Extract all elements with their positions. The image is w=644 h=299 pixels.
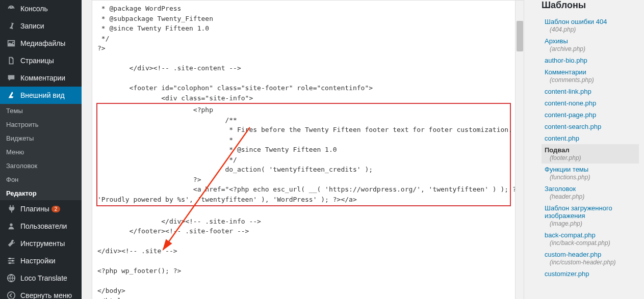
template-title: content-none.php	[545, 99, 639, 107]
users-icon	[6, 221, 16, 231]
template-title: Архивы	[545, 37, 639, 45]
comments-icon	[6, 73, 16, 83]
code-editor[interactable]: * @package WordPress * @subpackage Twent…	[92, 0, 516, 299]
sidebar-item-label: Страницы	[20, 57, 54, 65]
template-filename: (comments.php)	[550, 76, 639, 84]
template-item[interactable]: Функции темы(functions.php)	[542, 164, 639, 183]
template-filename: (footer.php)	[550, 154, 639, 161]
editor-scrollbar[interactable]	[516, 0, 524, 299]
dashboard-icon	[6, 4, 16, 14]
sidebar-sub-item[interactable]: Меню	[0, 145, 82, 159]
sidebar-item-pages[interactable]: Страницы	[0, 52, 82, 69]
media-icon	[6, 38, 16, 48]
template-item[interactable]: content-page.php	[542, 109, 639, 121]
sidebar-sub-item[interactable]: Фон	[0, 173, 82, 186]
sidebar-item-loco[interactable]: Loco Translate	[0, 269, 82, 287]
template-title: custom-header.php	[545, 251, 639, 258]
sidebar-item-label: Записи	[20, 22, 44, 30]
pages-icon	[6, 56, 16, 66]
sidebar-item-collapse[interactable]: Свернуть меню	[0, 287, 82, 299]
loco-icon	[6, 273, 16, 283]
template-filename: (inc/custom-header.php)	[550, 259, 639, 266]
template-item[interactable]: custom-header.php(inc/custom-header.php)	[542, 249, 639, 268]
sidebar-item-label: Медиафайлы	[20, 39, 65, 47]
collapse-icon	[6, 290, 16, 299]
svg-point-6	[12, 260, 14, 262]
template-item[interactable]: back-compat.php(inc/back-compat.php)	[542, 229, 639, 249]
sidebar-sub-item[interactable]: Настроить	[0, 118, 82, 131]
svg-point-0	[12, 42, 14, 43]
svg-point-1	[10, 224, 12, 226]
template-filename: (inc/back-compat.php)	[550, 239, 639, 247]
sidebar-item-appearance[interactable]: Внешний вид	[0, 87, 82, 104]
template-title: Комментарии	[545, 68, 639, 76]
sidebar-item-media[interactable]: Медиафайлы	[0, 35, 82, 52]
admin-sidebar: КонсольЗаписиМедиафайлыСтраницыКомментар…	[0, 0, 82, 299]
sidebar-item-label: Свернуть меню	[20, 291, 72, 299]
template-item[interactable]: Заголовок(header.php)	[542, 183, 639, 202]
sidebar-sub-item[interactable]: Заголовок	[0, 159, 82, 173]
template-filename: (archive.php)	[550, 45, 639, 52]
sidebar-item-label: Инструменты	[20, 239, 65, 248]
template-title: customizer.php	[545, 270, 639, 278]
tools-icon	[6, 238, 16, 249]
template-title: content-link.php	[545, 88, 639, 95]
template-item[interactable]: content-link.php	[542, 86, 639, 97]
sidebar-sub-item[interactable]: Редактор	[0, 186, 82, 200]
template-item[interactable]: Архивы(archive.php)	[542, 35, 639, 55]
template-item[interactable]: Шаблон загруженного изображения(image.ph…	[542, 202, 639, 229]
sidebar-item-label: Плагины	[20, 205, 49, 213]
svg-point-9	[8, 292, 15, 299]
plugins-icon	[6, 204, 16, 214]
sidebar-item-pin[interactable]: Записи	[0, 17, 82, 35]
template-title: Заголовок	[545, 185, 639, 193]
template-item[interactable]: author-bio.php	[542, 55, 639, 66]
templates-heading: Шаблоны	[542, 0, 639, 11]
sidebar-sub-item[interactable]: Виджеты	[0, 131, 82, 145]
appearance-icon	[6, 90, 16, 100]
template-item[interactable]: content-search.php	[542, 121, 639, 132]
template-filename: (image.php)	[550, 220, 639, 227]
svg-point-5	[9, 258, 11, 260]
update-badge: 2	[51, 206, 61, 212]
template-item[interactable]: content.php	[542, 132, 639, 144]
svg-point-7	[9, 262, 11, 264]
sidebar-sub-item[interactable]: Темы	[0, 104, 82, 118]
template-title: content-search.php	[545, 123, 639, 130]
template-title: Шаблон ошибки 404	[545, 18, 639, 25]
template-item[interactable]: content-none.php	[542, 97, 639, 109]
template-item[interactable]: customizer.php	[542, 268, 639, 280]
sidebar-item-plugins[interactable]: Плагины2	[0, 200, 82, 218]
templates-panel: Шаблоны Шаблон ошибки 404(404.php)Архивы…	[534, 0, 644, 299]
template-item[interactable]: Шаблон ошибки 404(404.php)	[542, 16, 639, 35]
highlighted-code-block: <?php /** * Fires before the Twenty Fift…	[96, 103, 511, 206]
sidebar-item-label: Пользователи	[20, 222, 67, 230]
sidebar-item-label: Настройки	[20, 257, 56, 265]
template-item[interactable]: Комментарии(comments.php)	[542, 66, 639, 86]
template-title: Функции темы	[545, 166, 639, 173]
template-title: Шаблон загруженного изображения	[545, 204, 639, 220]
sidebar-item-label: Консоль	[20, 5, 48, 13]
template-title: content-page.php	[545, 111, 639, 119]
sidebar-item-label: Внешний вид	[20, 91, 65, 99]
sidebar-item-users[interactable]: Пользователи	[0, 218, 82, 235]
settings-icon	[6, 256, 16, 266]
template-filename: (404.php)	[550, 26, 639, 33]
sidebar-item-label: Комментарии	[20, 74, 65, 82]
template-filename: (header.php)	[550, 193, 639, 200]
pin-icon	[6, 21, 16, 31]
scroll-thumb[interactable]	[517, 21, 523, 51]
template-title: back-compat.php	[545, 231, 639, 239]
main-content: * @package WordPress * @subpackage Twent…	[82, 0, 534, 299]
sidebar-item-label: Loco Translate	[20, 274, 67, 282]
sidebar-item-dashboard[interactable]: Консоль	[0, 0, 82, 17]
sidebar-item-tools[interactable]: Инструменты	[0, 235, 82, 252]
sidebar-item-comments[interactable]: Комментарии	[0, 69, 82, 87]
template-title: Подвал	[545, 146, 639, 154]
template-title: content.php	[545, 134, 639, 142]
sidebar-item-settings[interactable]: Настройки	[0, 252, 82, 269]
template-filename: (functions.php)	[550, 174, 639, 181]
template-title: author-bio.php	[545, 57, 639, 64]
template-item[interactable]: Подвал(footer.php)	[542, 144, 639, 164]
